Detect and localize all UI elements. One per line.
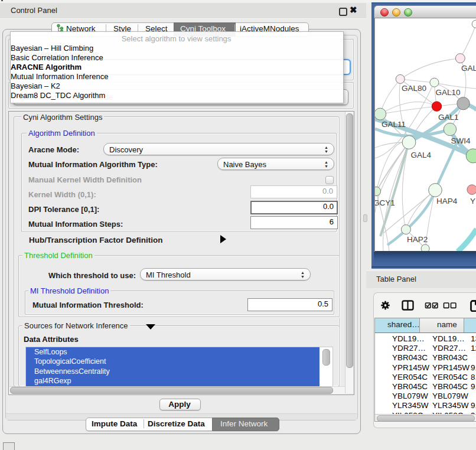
svg-text:HAP4: HAP4: [436, 197, 458, 206]
svg-text:GAL80: GAL80: [402, 84, 426, 93]
svg-text:GAL11: GAL11: [382, 120, 406, 129]
svg-text:GCY1: GCY1: [375, 198, 395, 207]
svg-text:GAL10: GAL10: [436, 88, 461, 97]
svg-text:GAL: GAL: [461, 64, 476, 73]
svg-text:Y: Y: [470, 197, 475, 206]
svg-text:GAL1: GAL1: [438, 113, 459, 122]
svg-text:HAP2: HAP2: [407, 235, 428, 244]
svg-text:SWI4: SWI4: [451, 136, 471, 145]
svg-text:GAL4: GAL4: [411, 151, 432, 159]
